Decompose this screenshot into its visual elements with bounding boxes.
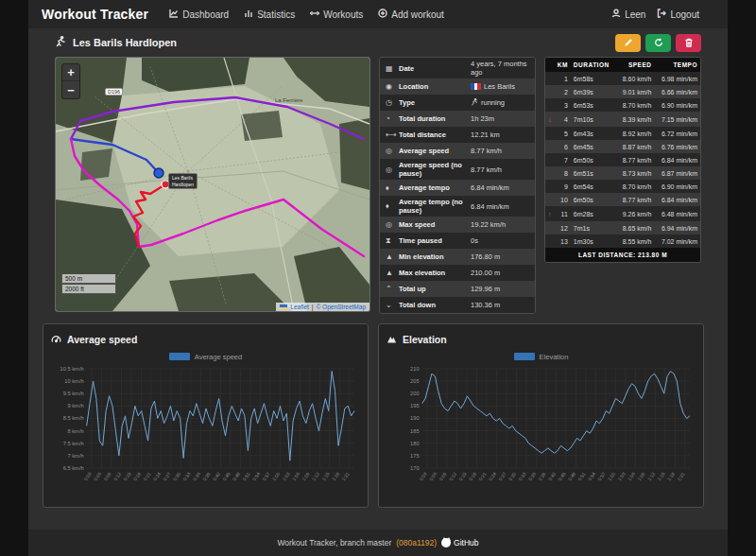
refresh-workout-button[interactable] <box>645 34 671 52</box>
stat-label: Max speed <box>399 220 471 229</box>
split-km: 9 <box>555 180 571 193</box>
nav-item-statistics[interactable]: Statistics <box>244 9 295 20</box>
nav-item-workouts[interactable]: Workouts <box>310 9 363 20</box>
stat-label: Min elevation <box>399 252 471 261</box>
stat-row: ▲Min elevation176.80 m <box>380 249 535 265</box>
split-tempo: 7.15 min/km <box>654 112 700 127</box>
stat-value: 8.77 km/h <box>471 147 529 155</box>
tooltip-line: Les Barils <box>172 175 194 182</box>
github-link[interactable]: GitHub <box>441 538 478 547</box>
split-tempo: 6.90 min/km <box>654 98 700 112</box>
footer-text: Workout Tracker, branch master <box>277 538 391 547</box>
delete-workout-button[interactable] <box>676 34 701 52</box>
svg-text:1:06: 1:06 <box>627 471 637 481</box>
svg-text:1:03: 1:03 <box>282 471 291 481</box>
edit-workout-button[interactable] <box>615 34 641 52</box>
app-footer: Workout Tracker, branch master (080a1192… <box>28 530 728 556</box>
svg-text:1:15: 1:15 <box>321 471 331 481</box>
split-duration: 7m1s <box>571 221 616 235</box>
stat-row: ◔Total duration1h 23m <box>380 111 535 127</box>
chart-legend[interactable]: Elevation <box>387 350 696 363</box>
chart-legend[interactable]: Average speed <box>51 350 360 363</box>
stat-row: ▲Max elevation210.00 m <box>380 265 535 281</box>
split-km: 1 <box>555 72 571 85</box>
split-speed: 9.26 km/h <box>616 206 654 221</box>
km-splits-table: KMDURATIONSPEEDTEMPO16m58s8.60 km/h6.98 … <box>544 57 701 263</box>
svg-text:9.5 km/h: 9.5 km/h <box>63 391 84 396</box>
splits-row: 127m1s8.65 km/h6.94 min/km <box>545 221 700 235</box>
plus-circle-icon <box>378 9 387 20</box>
split-speed: 8.65 km/h <box>616 221 654 235</box>
route-map[interactable]: + − D196 La Ferrière Les Barils Hardlope… <box>55 57 370 312</box>
split-speed: 8.60 km/h <box>616 72 654 85</box>
split-speed: 8.77 km/h <box>616 193 654 206</box>
split-speed: 8.55 km/h <box>616 235 654 248</box>
commit-hash: (080a1192) <box>396 538 437 547</box>
stat-label: Average speed <box>399 147 471 155</box>
stat-label: Average speed (no pause) <box>399 161 471 178</box>
osm-link[interactable]: © OpenStreetMap <box>317 304 366 310</box>
app-brand[interactable]: Workout Tracker <box>42 7 148 22</box>
top-row: + − D196 La Ferrière Les Barils Hardlope… <box>43 57 713 314</box>
nav-item-add-workout[interactable]: Add workout <box>378 9 444 20</box>
stat-value: 210.00 m <box>471 269 529 277</box>
marker-tooltip: Les Barils Hardlopen <box>168 173 198 189</box>
svg-text:6.5 km/h: 6.5 km/h <box>63 465 84 471</box>
splits-header: DURATION <box>571 58 616 72</box>
svg-text:170: 170 <box>410 465 420 471</box>
user-name: Leen <box>625 9 645 20</box>
svg-text:0:30: 0:30 <box>173 471 182 481</box>
pencil-icon <box>624 36 633 50</box>
svg-text:0:09: 0:09 <box>438 471 448 481</box>
svg-text:0:48: 0:48 <box>232 471 242 481</box>
svg-text:0:15: 0:15 <box>123 471 132 481</box>
zoom-in-button[interactable]: + <box>62 64 79 81</box>
split-km: 8 <box>555 166 571 180</box>
attrib-separator: | <box>312 304 314 310</box>
chart-title: Average speed <box>67 334 137 345</box>
stat-label: Total down <box>399 301 471 309</box>
svg-text:0:45: 0:45 <box>222 471 232 481</box>
stat-label: Total duration <box>399 114 471 123</box>
split-tempo: 7.02 min/km <box>654 235 700 248</box>
split-km: 3 <box>555 98 571 112</box>
leaflet-link[interactable]: Leaflet <box>290 304 309 310</box>
splits-row: 16m58s8.60 km/h6.98 min/km <box>545 72 700 85</box>
stat-label: Location <box>399 82 471 91</box>
svg-text:0:12: 0:12 <box>449 471 458 481</box>
svg-text:1:09: 1:09 <box>301 471 311 481</box>
main-content: Les Barils Hardlopen <box>28 28 728 530</box>
mountain-icon: ▲ <box>386 269 399 277</box>
svg-text:195: 195 <box>410 403 420 408</box>
nav-item-dashboard[interactable]: Dashboard <box>169 9 229 20</box>
nav-item-logout[interactable]: Logout <box>657 9 699 20</box>
split-km: 13 <box>555 235 571 248</box>
svg-text:10.5 km/h: 10.5 km/h <box>60 366 84 372</box>
nav-item-user[interactable]: Leen <box>611 9 645 20</box>
svg-text:0:48: 0:48 <box>568 471 577 481</box>
average-speed-svg: 0:030:060:090:120:150:180:210:240:270:30… <box>51 363 360 504</box>
scale-metric: 500 m <box>61 274 116 284</box>
split-speed: 8.87 km/h <box>616 140 654 153</box>
workout-actions <box>615 34 701 52</box>
stat-label: Date <box>399 64 471 73</box>
tooltip-line: Hardlopen <box>172 182 194 188</box>
split-duration: 6m28s <box>571 206 616 221</box>
splits-row: 56m43s8.92 km/h6.72 min/km <box>545 127 700 140</box>
stat-row: ⧗Time paused0s <box>380 233 535 249</box>
github-icon <box>441 538 451 547</box>
svg-text:0:27: 0:27 <box>498 471 507 481</box>
svg-text:1:06: 1:06 <box>292 471 301 481</box>
split-km: 7 <box>555 153 571 166</box>
split-tempo: 6.48 min/km <box>654 206 700 221</box>
legend-label: Elevation <box>540 353 569 361</box>
split-speed: 9.01 km/h <box>616 85 654 98</box>
splits-row: 96m54s8.70 km/h6.90 min/km <box>545 180 700 193</box>
zoom-out-button[interactable]: − <box>62 81 79 98</box>
stat-row: ▦Date4 years, 7 months ago <box>380 58 535 78</box>
stat-row: ⌄Total down130.36 m <box>380 297 535 313</box>
svg-text:0:15: 0:15 <box>458 471 468 481</box>
svg-text:0:45: 0:45 <box>558 471 567 481</box>
split-duration: 6m50s <box>571 193 616 206</box>
line-chart-icon <box>169 9 179 20</box>
